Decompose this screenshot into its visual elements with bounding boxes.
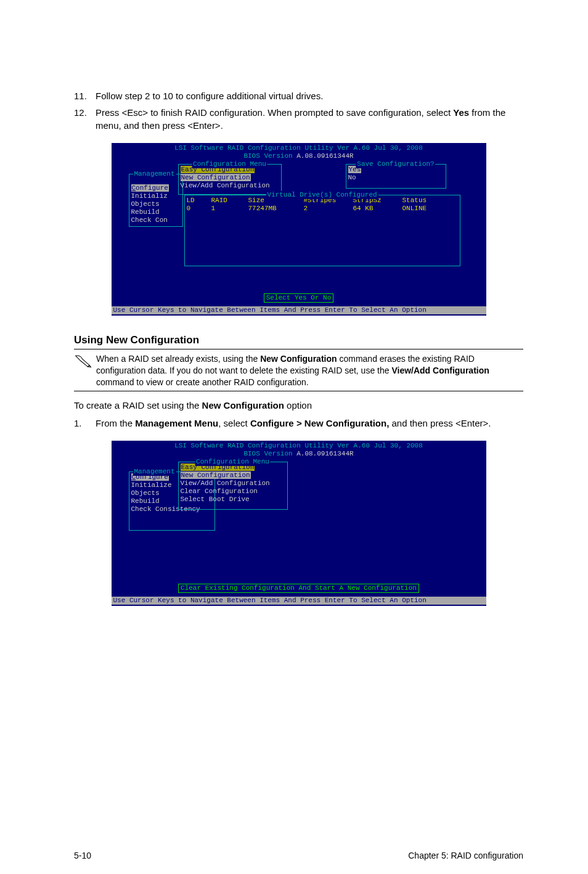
bios-screenshot-save-config: LSI Software RAID Configuration Utility … bbox=[112, 143, 486, 316]
configuration-menu-panel: Configuration Menu Easy Configuration Ne… bbox=[178, 164, 282, 195]
menu-item-new-config[interactable]: New Configuration bbox=[181, 472, 285, 480]
step-number: 11. bbox=[74, 89, 96, 102]
step-11: 11. Follow step 2 to 10 to configure add… bbox=[74, 89, 523, 102]
step-text: Follow step 2 to 10 to configure additio… bbox=[96, 89, 523, 102]
status-message: Clear Existing Configuration And Start A… bbox=[178, 584, 419, 593]
save-configuration-label: Save Configuration? bbox=[356, 160, 435, 168]
configuration-menu-panel: Configuration Menu Easy Configuration Ne… bbox=[178, 462, 288, 510]
nav-hint: Use Cursor Keys to Navigate Between Item… bbox=[112, 597, 486, 605]
divider bbox=[74, 391, 523, 391]
note-text: When a RAID set already exists, using th… bbox=[96, 353, 523, 388]
menu-item-select-boot[interactable]: Select Boot Drive bbox=[181, 496, 285, 504]
bios-title: LSI Software RAID Configuration Utility … bbox=[112, 144, 486, 152]
step-12: 12. Press <Esc> to finish RAID configura… bbox=[74, 106, 523, 132]
management-menu-panel: Management Configure Initializ Objects R… bbox=[129, 174, 183, 227]
save-no[interactable]: No bbox=[348, 174, 444, 182]
step-text: From the Management Menu, select Configu… bbox=[96, 417, 523, 430]
intro-text: To create a RAID set using the New Confi… bbox=[74, 400, 523, 410]
menu-item-clear-config[interactable]: Clear Configuration bbox=[181, 488, 285, 496]
step-number: 1. bbox=[74, 417, 96, 430]
vd-table-row: 0 1 77247MB 2 64 KB ONLINE bbox=[187, 205, 458, 213]
divider bbox=[74, 349, 523, 349]
configuration-menu-label: Configuration Menu bbox=[195, 458, 271, 466]
virtual-drives-label: Virtual Drive(s) Configured bbox=[266, 191, 378, 199]
pencil-icon bbox=[74, 354, 92, 368]
status-message: Select Yes Or No bbox=[264, 293, 334, 303]
section-heading: Using New Configuration bbox=[74, 334, 523, 346]
menu-item-view-add-config[interactable]: View/Add Configuration bbox=[181, 480, 285, 488]
step-b1: 1. From the Management Menu, select Conf… bbox=[74, 417, 523, 430]
management-menu-label: Management bbox=[133, 468, 176, 476]
virtual-drives-panel: Virtual Drive(s) Configured LD RAID Size… bbox=[184, 195, 460, 266]
step-text: Press <Esc> to finish RAID configuration… bbox=[96, 106, 523, 132]
menu-item-check-consistency[interactable]: Check Con bbox=[131, 216, 181, 224]
menu-item-new-config[interactable]: New Configuration bbox=[181, 174, 279, 182]
step-number: 12. bbox=[74, 106, 96, 132]
management-menu-label: Management bbox=[133, 170, 176, 178]
bios-screenshot-new-config: LSI Software RAID Configuration Utility … bbox=[112, 441, 486, 606]
menu-item-configure[interactable]: Configure bbox=[131, 184, 181, 192]
configuration-menu-label: Configuration Menu bbox=[192, 160, 267, 168]
bios-title: LSI Software RAID Configuration Utility … bbox=[112, 442, 486, 450]
menu-item-initialize[interactable]: Initializ bbox=[131, 192, 181, 200]
menu-item-view-add-config[interactable]: View/Add Configuration bbox=[181, 182, 279, 190]
menu-item-rebuild[interactable]: Rebuild bbox=[131, 208, 181, 216]
save-configuration-panel: Save Configuration? Yes No bbox=[346, 164, 446, 189]
menu-item-objects[interactable]: Objects bbox=[131, 200, 181, 208]
note-icon bbox=[74, 353, 96, 388]
note-callout: When a RAID set already exists, using th… bbox=[74, 353, 523, 388]
nav-hint: Use Cursor Keys to Navigate Between Item… bbox=[112, 306, 486, 314]
